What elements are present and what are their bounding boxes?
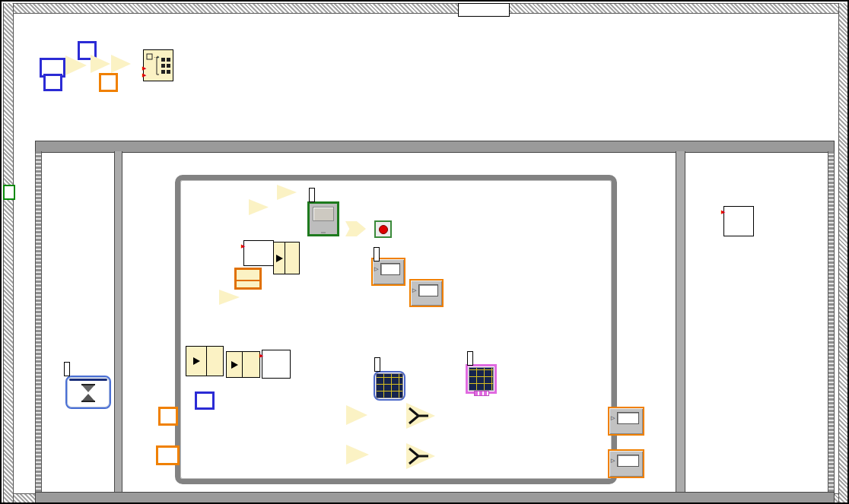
loop-condition-terminal[interactable] — [374, 220, 392, 238]
indicator-input-mark: ▷ — [611, 458, 615, 464]
hourglass-icon — [81, 384, 95, 402]
xy-plot-icon — [469, 367, 494, 391]
minimum-value-indicator[interactable]: ▷ — [608, 449, 644, 478]
initialize-array-icon: ·+ — [144, 50, 173, 81]
waveform-vi-acquire[interactable]: ▶ — [243, 240, 274, 266]
stop-led-icon — [379, 225, 388, 234]
time-delay-express-vi[interactable] — [65, 376, 111, 409]
unbundle-arrow-icon — [186, 347, 207, 376]
average-data-indicator[interactable]: ▷ — [371, 258, 405, 286]
waveform-vi-process[interactable]: ▶ — [262, 350, 291, 379]
while-loop-border[interactable] — [175, 175, 617, 484]
time-delay-label — [64, 362, 70, 376]
graph-connector-icon — [474, 391, 489, 396]
case-structure-border-top[interactable] — [3, 3, 847, 14]
round-node[interactable] — [91, 55, 110, 73]
to-double-conversion[interactable] — [97, 43, 124, 55]
sequence-border-top[interactable] — [35, 141, 835, 153]
abort-program-label — [309, 188, 315, 202]
array-input-arrow-icon: ▶ — [142, 72, 146, 78]
increment-node-top[interactable] — [111, 55, 131, 73]
boolean-tunnel[interactable] — [3, 185, 15, 200]
array-input-arrow-icon: ▶ — [142, 65, 146, 71]
constant-0[interactable] — [158, 407, 178, 426]
constant-10[interactable] — [156, 445, 180, 465]
time-delay-title-strip — [69, 379, 107, 381]
block-diagram-canvas: ·+ ▶ ▶ ▶ — [0, 0, 849, 504]
build-xy-graph-express-vi[interactable] — [374, 371, 405, 401]
iteration-terminal[interactable] — [195, 391, 215, 410]
indicator-input-mark: ▷ — [374, 266, 378, 272]
vi-input-arrow-icon: ▶ — [259, 353, 263, 359]
case-structure-border-left[interactable] — [3, 3, 14, 502]
vi-input-arrow-icon: ▶ — [241, 243, 245, 249]
unbundle-arrow-icon — [274, 242, 285, 274]
unbundle-arrow-icon — [227, 352, 243, 377]
sequence-border-left[interactable] — [35, 151, 42, 492]
build-xy-graph-label — [374, 357, 380, 372]
initialize-array-node[interactable]: ·+ ▶ ▶ — [143, 49, 173, 81]
case-selector[interactable] — [458, 3, 510, 17]
sequence-frame-divider-2[interactable] — [676, 151, 685, 492]
maximum-value-indicator[interactable]: ▷ — [608, 407, 644, 436]
feedback-initializer-icon — [245, 273, 251, 296]
xy-plot-icon — [376, 373, 403, 398]
unbundle-waveform-node[interactable] — [273, 242, 300, 274]
sequence-border-right[interactable] — [828, 151, 835, 492]
feedback-node[interactable] — [234, 268, 262, 290]
case-structure-border-right[interactable] — [838, 3, 849, 502]
abort-program-stop-button[interactable] — [307, 201, 339, 236]
stop-button-face[interactable] — [313, 207, 334, 221]
unbundle-pair-node[interactable] — [226, 351, 260, 378]
waveform-vi-final[interactable]: ▶ — [723, 206, 754, 236]
indicator-input-mark: ▷ — [611, 415, 615, 421]
sequence-border-bottom[interactable] — [35, 492, 835, 504]
vi-input-arrow-icon: ▶ — [721, 209, 725, 215]
unbundle-cluster-node[interactable] — [186, 346, 224, 376]
xy-graph-label — [467, 351, 473, 366]
indicator-input-mark: ▷ — [412, 287, 416, 293]
average-data-label — [374, 247, 380, 262]
standard-deviation-indicator[interactable]: ▷ — [409, 279, 444, 307]
xy-graph-terminal[interactable] — [466, 364, 497, 394]
sequence-frame-divider-1[interactable] — [114, 151, 122, 492]
constant-1[interactable] — [43, 74, 62, 91]
boolean-type-tag — [321, 232, 326, 233]
constant-3[interactable] — [99, 73, 118, 92]
